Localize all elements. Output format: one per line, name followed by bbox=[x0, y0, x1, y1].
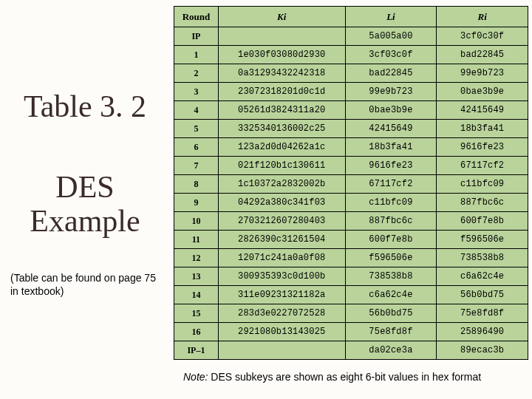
cell-li: c6a62c4e bbox=[345, 286, 437, 304]
cell-li: 3cf03c0f bbox=[345, 46, 437, 64]
des-table-container: Round Ki Li Ri IP5a005a003cf0c30f11e030f… bbox=[174, 6, 528, 360]
table-row: 323072318201d0c1d99e9b7230bae3b9e bbox=[174, 83, 528, 101]
cell-round: 9 bbox=[174, 194, 219, 212]
cell-ki: 0a31293432242318 bbox=[218, 64, 345, 83]
textbook-reference: (Table can be found on page 75 in textbo… bbox=[10, 272, 158, 298]
cell-li: 99e9b723 bbox=[345, 83, 437, 101]
table-row: 6123a2d0d04262a1c18b3fa419616fe23 bbox=[174, 138, 528, 157]
cell-ki: 311e09231321182a bbox=[218, 286, 345, 304]
cell-li: f596506e bbox=[345, 249, 437, 267]
cell-ri: 42415649 bbox=[437, 101, 528, 120]
cell-round: 2 bbox=[174, 64, 219, 83]
cell-ri: 25896490 bbox=[437, 323, 528, 341]
cell-ri: 0bae3b9e bbox=[437, 83, 528, 101]
cell-li: da02ce3a bbox=[345, 341, 437, 360]
des-example-table: Round Ki Li Ri IP5a005a003cf0c30f11e030f… bbox=[174, 6, 528, 360]
cell-round: 13 bbox=[174, 267, 219, 286]
table-row: 14311e09231321182ac6a62c4e56b0bd75 bbox=[174, 286, 528, 304]
table-row: 904292a380c341f03c11bfc09887fbc6c bbox=[174, 194, 528, 212]
header-ki: Ki bbox=[218, 7, 345, 27]
cell-li: 42415649 bbox=[345, 120, 437, 138]
header-ri: Ri bbox=[437, 7, 528, 27]
table-row: 11e030f03080d29303cf03c0fbad22845 bbox=[174, 46, 528, 64]
cell-ri: 738538b8 bbox=[437, 249, 528, 267]
cell-ri: c11bfc09 bbox=[437, 175, 528, 194]
cell-round: 7 bbox=[174, 157, 219, 175]
cell-li: 600f7e8b bbox=[345, 231, 437, 249]
cell-li: 67117cf2 bbox=[345, 175, 437, 194]
cell-ri: 99e9b723 bbox=[437, 64, 528, 83]
table-row: 7021f120b1c1306119616fe2367117cf2 bbox=[174, 157, 528, 175]
cell-li: 18b3fa41 bbox=[345, 138, 437, 157]
cell-ri: 3cf0c30f bbox=[437, 27, 528, 46]
cell-round: 3 bbox=[174, 83, 219, 101]
cell-round: 5 bbox=[174, 120, 219, 138]
cell-li: 738538b8 bbox=[345, 267, 437, 286]
cell-ri: 600f7e8b bbox=[437, 212, 528, 231]
table-row: 81c10372a2832002b67117cf2c11bfc09 bbox=[174, 175, 528, 194]
cell-round: 4 bbox=[174, 101, 219, 120]
footnote-lead: Note: bbox=[183, 371, 208, 383]
cell-ri: 887fbc6c bbox=[437, 194, 528, 212]
cell-li: 75e8fd8f bbox=[345, 323, 437, 341]
cell-ki: 1e030f03080d2930 bbox=[218, 46, 345, 64]
cell-round: IP bbox=[174, 27, 219, 46]
table-row: 162921080b1314302575e8fd8f25896490 bbox=[174, 323, 528, 341]
table-row: 405261d3824311a200bae3b9e42415649 bbox=[174, 101, 528, 120]
cell-ki: 2826390c31261504 bbox=[218, 231, 345, 249]
table-row: 13300935393c0d100b738538b8c6a62c4e bbox=[174, 267, 528, 286]
cell-round: 12 bbox=[174, 249, 219, 267]
header-li: Li bbox=[345, 7, 437, 27]
cell-ri: 56b0bd75 bbox=[437, 286, 528, 304]
cell-ki: 021f120b1c130611 bbox=[218, 157, 345, 175]
cell-ki: 05261d3824311a20 bbox=[218, 101, 345, 120]
cell-ri: bad22845 bbox=[437, 46, 528, 64]
table-row: IP–1da02ce3a89ecac3b bbox=[174, 341, 528, 360]
cell-round: 6 bbox=[174, 138, 219, 157]
cell-ki: 3325340136002c25 bbox=[218, 120, 345, 138]
cell-ki bbox=[218, 341, 345, 360]
table-header-row: Round Ki Li Ri bbox=[174, 7, 528, 27]
header-round: Round bbox=[174, 7, 219, 27]
cell-ri: c6a62c4e bbox=[437, 267, 528, 286]
cell-round: 1 bbox=[174, 46, 219, 64]
cell-li: 9616fe23 bbox=[345, 157, 437, 175]
footnote: Note: DES subkeys are shown as eight 6-b… bbox=[183, 371, 531, 383]
table-row: 112826390c31261504600f7e8bf596506e bbox=[174, 231, 528, 249]
cell-li: 887fbc6c bbox=[345, 212, 437, 231]
cell-ki: 2921080b13143025 bbox=[218, 323, 345, 341]
table-row: 1212071c241a0a0f08f596506e738538b8 bbox=[174, 249, 528, 267]
cell-ki: 1c10372a2832002b bbox=[218, 175, 345, 194]
cell-ki: 12071c241a0a0f08 bbox=[218, 249, 345, 267]
cell-li: 5a005a00 bbox=[345, 27, 437, 46]
cell-round: 8 bbox=[174, 175, 219, 194]
cell-ki: 283d3e0227072528 bbox=[218, 304, 345, 323]
cell-ki bbox=[218, 27, 345, 46]
cell-ki: 04292a380c341f03 bbox=[218, 194, 345, 212]
table-row: 15283d3e022707252856b0bd7575e8fd8f bbox=[174, 304, 528, 323]
cell-ki: 300935393c0d100b bbox=[218, 267, 345, 286]
footnote-text: DES subkeys are shown as eight 6-bit val… bbox=[208, 371, 481, 383]
cell-round: 11 bbox=[174, 231, 219, 249]
cell-round: 15 bbox=[174, 304, 219, 323]
cell-round: IP–1 bbox=[174, 341, 219, 360]
table-row: 53325340136002c254241564918b3fa41 bbox=[174, 120, 528, 138]
cell-ri: 18b3fa41 bbox=[437, 120, 528, 138]
cell-round: 14 bbox=[174, 286, 219, 304]
cell-li: 0bae3b9e bbox=[345, 101, 437, 120]
cell-li: 56b0bd75 bbox=[345, 304, 437, 323]
cell-round: 10 bbox=[174, 212, 219, 231]
cell-ki: 123a2d0d04262a1c bbox=[218, 138, 345, 157]
cell-round: 16 bbox=[174, 323, 219, 341]
table-row: 102703212607280403887fbc6c600f7e8b bbox=[174, 212, 528, 231]
cell-ri: 67117cf2 bbox=[437, 157, 528, 175]
cell-ki: 2703212607280403 bbox=[218, 212, 345, 231]
cell-ri: 9616fe23 bbox=[437, 138, 528, 157]
cell-ri: 75e8fd8f bbox=[437, 304, 528, 323]
cell-ki: 23072318201d0c1d bbox=[218, 83, 345, 101]
cell-li: c11bfc09 bbox=[345, 194, 437, 212]
table-row: IP5a005a003cf0c30f bbox=[174, 27, 528, 46]
table-title: DES Example bbox=[0, 170, 170, 238]
left-column: Table 3. 2 DES Example (Table can be fou… bbox=[0, 0, 174, 399]
cell-ri: f596506e bbox=[437, 231, 528, 249]
